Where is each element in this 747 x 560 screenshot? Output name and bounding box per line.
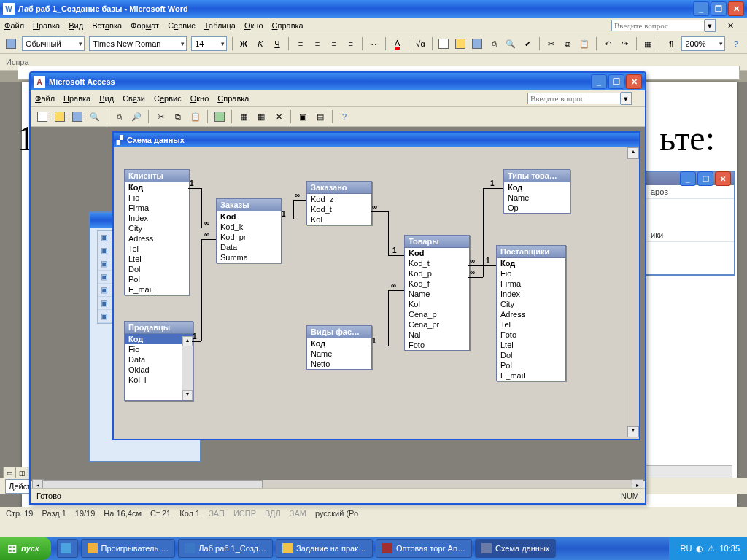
field[interactable]: Код xyxy=(497,258,565,268)
field[interactable]: Name xyxy=(307,349,371,359)
tray-icon[interactable]: ⚠ xyxy=(708,544,715,553)
save-icon[interactable] xyxy=(69,109,85,125)
table-types[interactable]: Типы това… Код Name Op xyxy=(503,169,570,214)
access-maximize-button[interactable]: ❐ xyxy=(608,74,624,89)
taskbar-item-3[interactable]: Оптовая торг An… xyxy=(376,539,472,558)
schema-scrollbar-v[interactable]: ▴ ▾ xyxy=(627,147,639,438)
table-sellers-title[interactable]: Продавцы xyxy=(125,322,193,334)
taskbar-item-4[interactable]: Схема данных xyxy=(475,539,556,558)
styles-pane-icon[interactable] xyxy=(4,36,19,52)
field[interactable]: E_mail xyxy=(497,370,565,381)
eq-icon[interactable]: √α xyxy=(413,36,428,52)
word-titlebar[interactable]: W Лаб раб 1_Создание базы - Microsoft Wo… xyxy=(0,0,747,18)
tray-icon[interactable]: ◐ xyxy=(696,544,703,553)
new-obj-icon[interactable]: ▤ xyxy=(312,109,328,125)
table-ordered[interactable]: Заказано Kod_z Kod_t Kol xyxy=(306,181,372,225)
table-packs-title[interactable]: Виды фас… xyxy=(307,326,371,338)
table-orders-title[interactable]: Заказы xyxy=(217,199,281,211)
tray-clock[interactable]: 10:35 xyxy=(719,544,740,553)
preview-icon[interactable]: 🔎 xyxy=(128,109,144,125)
pilcrow-icon[interactable]: ¶ xyxy=(663,36,678,52)
preview-icon[interactable]: 🔍 xyxy=(503,36,519,52)
field[interactable]: Adress xyxy=(125,233,189,244)
cut-icon[interactable]: ✂ xyxy=(152,109,169,125)
redo-icon[interactable]: ↷ xyxy=(617,36,632,52)
field[interactable]: Kod_t xyxy=(405,258,469,268)
font-color-icon[interactable]: A xyxy=(390,36,405,52)
relationships-window[interactable]: ▞ Схема данных Клиенты Код Fio Firma Ind… xyxy=(112,131,640,440)
field[interactable]: Kod_t xyxy=(307,204,371,214)
field[interactable]: Kod_p xyxy=(405,268,469,279)
align-center-icon[interactable]: ≡ xyxy=(309,36,325,52)
field[interactable]: Index xyxy=(125,213,189,223)
table-icon[interactable]: ▦ xyxy=(640,36,656,52)
align-left-icon[interactable]: ≡ xyxy=(293,36,308,52)
menu-view[interactable]: Вид xyxy=(69,21,83,30)
table-suppliers[interactable]: Поставщики Код Fio Firma Index City Adre… xyxy=(496,245,566,381)
field[interactable]: Pol xyxy=(497,360,565,370)
zoom-combo[interactable]: 200% xyxy=(681,36,725,51)
field[interactable]: Dol xyxy=(125,264,189,274)
field[interactable]: Name xyxy=(405,289,469,299)
help-icon[interactable]: ? xyxy=(728,36,743,52)
field[interactable]: Firma xyxy=(497,279,565,289)
amenu-window[interactable]: Окно xyxy=(190,94,209,103)
copy-icon[interactable]: ⧉ xyxy=(170,109,186,125)
showall-icon[interactable]: ▦ xyxy=(253,109,269,125)
field[interactable]: Firma xyxy=(125,203,189,213)
table-ordered-title[interactable]: Заказано xyxy=(307,182,371,194)
taskbar-item-0[interactable]: Проигрыватель … xyxy=(81,539,176,558)
field[interactable]: Dol xyxy=(497,350,565,360)
copy-icon[interactable]: ⧉ xyxy=(560,36,576,52)
menu-file[interactable]: ФФайлайл xyxy=(4,21,24,30)
align-right-icon[interactable]: ≡ xyxy=(326,36,341,52)
access-close-button[interactable]: ✕ xyxy=(626,74,642,89)
paste-icon[interactable]: 📋 xyxy=(577,36,592,52)
field[interactable]: Ltel xyxy=(497,340,565,350)
close-help-icon[interactable]: ✕ xyxy=(727,21,734,31)
amenu-help[interactable]: Справка xyxy=(217,94,249,103)
clear-icon[interactable]: ✕ xyxy=(271,109,287,125)
field[interactable]: Foto xyxy=(497,330,565,340)
minimize-button[interactable]: _ xyxy=(693,1,709,16)
field[interactable]: Summa xyxy=(217,252,281,262)
table-orders[interactable]: Заказы Kod Kod_k Kod_pr Data Summa xyxy=(216,198,282,263)
amenu-rel[interactable]: Связи xyxy=(123,94,145,103)
field[interactable]: Код xyxy=(125,182,189,192)
side-row-1[interactable]: ики xyxy=(646,228,734,242)
field[interactable]: Код xyxy=(504,182,570,192)
tray-lang[interactable]: RU xyxy=(681,544,692,553)
spell-icon[interactable]: ✔ xyxy=(520,36,535,52)
menu-table[interactable]: Таблица xyxy=(204,21,236,30)
close-button[interactable]: ✕ xyxy=(728,1,744,16)
field[interactable]: City xyxy=(497,299,565,309)
side-popup-title[interactable]: _❐✕ xyxy=(646,172,734,185)
new-icon[interactable] xyxy=(34,109,50,125)
field[interactable]: Fio xyxy=(125,192,189,203)
field[interactable]: Data xyxy=(217,242,281,252)
field[interactable]: Foto xyxy=(405,340,469,350)
amenu-view[interactable]: Вид xyxy=(99,94,114,103)
taskbar-item-2[interactable]: Задание на прак… xyxy=(276,539,373,558)
search-icon[interactable]: 🔍 xyxy=(87,109,103,125)
field[interactable]: Kod_pr xyxy=(217,232,281,242)
help-icon[interactable]: ? xyxy=(336,109,352,125)
field[interactable]: Kod xyxy=(217,211,281,222)
system-tray[interactable]: RU ◐ ⚠ 10:35 xyxy=(669,537,747,560)
field[interactable]: Kod_f xyxy=(405,279,469,289)
amenu-tools[interactable]: Сервис xyxy=(154,94,182,103)
field[interactable]: Kod xyxy=(405,248,469,258)
field[interactable]: Netto xyxy=(307,359,371,369)
menu-window[interactable]: Окно xyxy=(244,21,263,30)
field[interactable]: Tel xyxy=(497,319,565,330)
menu-format[interactable]: Формат xyxy=(131,21,159,30)
style-combo[interactable]: Обычный xyxy=(22,36,85,51)
field[interactable]: Ltel xyxy=(125,254,189,264)
help-question-input[interactable] xyxy=(611,20,705,31)
table-packs[interactable]: Виды фас… Код Name Netto xyxy=(306,325,372,370)
help-question-box[interactable]: ▾ ✕ xyxy=(611,19,743,32)
field[interactable]: Kol xyxy=(405,299,469,309)
access-window[interactable]: A Microsoft Access _ ❐ ✕ Файл Правка Вид… xyxy=(29,71,646,505)
undo-icon[interactable]: ↶ xyxy=(600,36,616,52)
field[interactable]: Adress xyxy=(497,309,565,319)
